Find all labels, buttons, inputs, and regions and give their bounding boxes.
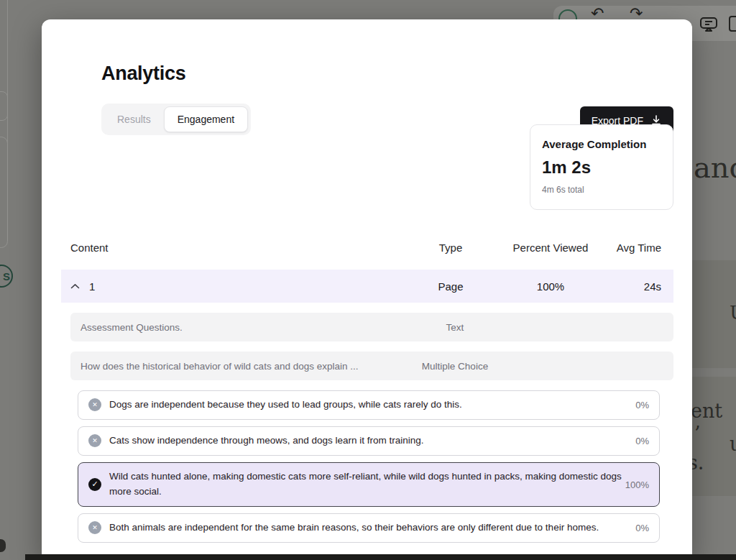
content-item-label: Assessment Questions.: [70, 322, 383, 333]
summary-card-subtext: 4m 6s total: [542, 185, 661, 195]
tab-results[interactable]: Results: [104, 106, 164, 132]
engagement-table: Content Type Percent Viewed Avg Time 1 P…: [61, 242, 673, 560]
answer-option[interactable]: ✕ Both animals are independent for the s…: [78, 513, 660, 543]
clipped-toolbar-icon: [729, 16, 736, 32]
analytics-tab-group: Results Engagement: [101, 104, 251, 135]
question-row[interactable]: How does the historical behavior of wild…: [70, 352, 673, 380]
header-type: Type: [400, 242, 501, 254]
background-text-fragment: and: [694, 151, 736, 184]
header-content: Content: [61, 242, 400, 254]
background-panel-box: [0, 91, 8, 121]
background-text-fragment: U: [730, 302, 736, 323]
answer-option-percent: 0%: [635, 436, 649, 446]
answer-option[interactable]: ✕ Dogs are independent because they used…: [78, 390, 660, 420]
comment-icon[interactable]: [699, 14, 719, 37]
page-row-type: Page: [400, 280, 501, 293]
summary-card-value: 1m 2s: [542, 157, 661, 178]
background-text-fragment: ent: [691, 400, 722, 422]
header-avg-time: Avg Time: [600, 242, 673, 254]
answer-option[interactable]: ✕ Cats show independence through meows, …: [78, 426, 660, 456]
background-text-fragment: ’: [694, 423, 701, 445]
table-header-row: Content Type Percent Viewed Avg Time: [61, 242, 673, 270]
answer-option-text: Cats show independence through meows, an…: [109, 433, 424, 449]
page-row-percent: 100%: [501, 280, 600, 293]
incorrect-x-icon: ✕: [88, 398, 101, 411]
answer-option-text: Wild cats hunted alone, making domestic …: [109, 469, 623, 500]
content-item-row[interactable]: Assessment Questions. Text: [70, 313, 673, 341]
modal-title: Analytics: [101, 63, 185, 85]
answer-option-text: Both animals are independent for the sam…: [109, 520, 599, 536]
page-row-avg-time: 24s: [600, 280, 673, 293]
background-panel-box: [0, 137, 8, 248]
answer-option-percent: 0%: [635, 523, 649, 533]
answer-option-text: Dogs are independent because they used t…: [109, 398, 462, 413]
background-dark-pill: [0, 539, 6, 552]
background-text-fragment: u: [730, 433, 736, 455]
correct-check-icon: ✓: [88, 478, 101, 491]
question-label: How does the historical behavior of wild…: [70, 361, 383, 372]
analytics-modal: Analytics Results Engagement Export PDF …: [42, 19, 692, 560]
background-grade-badge: S: [0, 265, 13, 288]
chevron-up-icon[interactable]: [70, 283, 80, 290]
content-item-type: Text: [383, 322, 527, 333]
answer-option-correct[interactable]: ✓ Wild cats hunted alone, making domesti…: [78, 462, 660, 507]
tab-engagement[interactable]: Engagement: [164, 106, 248, 132]
answer-option-percent: 0%: [635, 400, 649, 410]
summary-card-title: Average Completion: [542, 138, 661, 150]
question-type: Multiple Choice: [383, 361, 527, 372]
bottom-dark-bar: [25, 554, 736, 560]
page-row-details: Assessment Questions. Text How does the …: [61, 303, 673, 560]
answer-option-percent: 100%: [625, 479, 649, 490]
page-row[interactable]: 1 Page 100% 24s: [61, 270, 673, 303]
header-percent-viewed: Percent Viewed: [501, 242, 600, 254]
incorrect-x-icon: ✕: [88, 434, 101, 447]
incorrect-x-icon: ✕: [88, 521, 101, 534]
page-row-index: 1: [89, 280, 95, 293]
average-completion-card: Average Completion 1m 2s 4m 6s total: [530, 124, 673, 210]
